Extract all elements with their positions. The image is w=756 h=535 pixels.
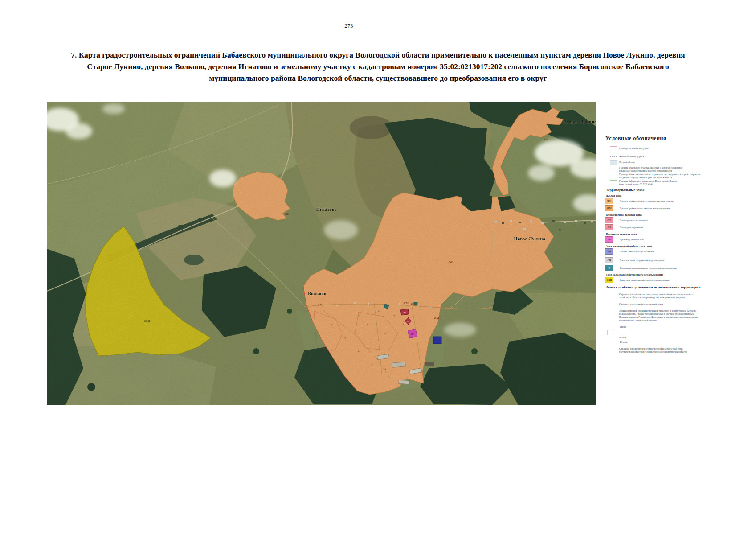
road-symbol <box>610 156 617 157</box>
legend-item: Водный объект <box>604 160 742 165</box>
special-zones-heading: Зоны с особыми условиями использования т… <box>604 285 742 289</box>
construction-boundary-symbol <box>610 176 617 176</box>
place-label-novoe-lukino: Новое Лукино <box>514 236 545 241</box>
document-page: 273 7. Карта градостроительных ограничен… <box>0 0 756 535</box>
legend-zone-item: ПР Производственная зона <box>604 236 742 243</box>
zone-swatch: ЖМ <box>605 205 613 211</box>
page-title: 7. Карта градостроительных ограничений Б… <box>0 49 756 84</box>
forestry-boundary-symbol <box>610 180 617 185</box>
page-number: 273 <box>327 22 371 29</box>
legend-item: Граница населенного пункта <box>604 146 742 152</box>
legend-zone-item: ОТ Зона торгового назначения <box>604 217 742 223</box>
legend-title: Условные обозначения <box>604 135 742 142</box>
special-item: Охранная зона пунктов государственной ге… <box>604 347 742 354</box>
territorial-zones-heading: Территориальные зоны <box>604 188 742 192</box>
legend-zone-item: ЖМ Зона застройки малоэтажными жилыми до… <box>604 205 742 211</box>
group-heading: Зона инженерной инфраструктуры <box>604 244 742 247</box>
zone-code-mark: ЖМ <box>411 303 416 305</box>
zone-code-mark: СХП <box>144 320 150 322</box>
satellite-map: Старое Лукино Игнатово Волково Новое Лук… <box>47 102 596 405</box>
zone-swatch: СХП <box>605 277 613 283</box>
legend-zone-item: СХП Иная зона сельскохозяйственного прои… <box>604 277 742 283</box>
legend-zone-item: ЖИ Зона застройки индивидуальными жилыми… <box>604 198 742 204</box>
zone-code-mark: ЖИ <box>448 260 453 263</box>
place-label-ignatovo: Игнатово <box>316 207 337 212</box>
parcel-boundary-symbol <box>610 169 617 169</box>
legend-zone-item: Т Зона связи, радиовещания, телевидения,… <box>604 265 742 271</box>
zone-swatch: ОЗ <box>605 224 613 230</box>
special-item: -II пояс <box>604 330 742 339</box>
belt-ii-symbol <box>607 330 614 335</box>
zone-swatch: ЖИ <box>605 198 613 204</box>
water-object-symbol <box>610 160 617 165</box>
map-legend: Условные обозначения Граница населенного… <box>604 135 742 354</box>
legend-zone-item: ОЧ Зона очистных сооружений водоотведени… <box>604 257 742 263</box>
zone-code-mark: ЖИ <box>543 138 548 141</box>
legend-zone-item: ИВ Зона источников водоснабжения <box>604 248 742 255</box>
zone-code-mark: ЖМ <box>403 302 409 305</box>
zone-code-mark: ЖИ <box>317 303 322 306</box>
group-heading: Зона сельскохозяйственного использования <box>604 273 742 276</box>
legend-item: Автомобильные дороги <box>604 154 742 160</box>
legend-item: Граница объекта капитального строительст… <box>604 173 742 179</box>
zone-swatch: ОТ <box>605 217 613 223</box>
legend-item: Граница Бабаевского лесничества Вологодс… <box>604 180 742 185</box>
special-item: Охранная зона линий и сооружений связи <box>604 303 742 306</box>
zone-swatch: Т <box>605 265 613 271</box>
legend-zone-item: ОЗ Зона здравоохранения <box>604 224 742 230</box>
zone-code-mark: ЖМ <box>434 317 439 320</box>
legend-item: Граница земельного участка, сведения о к… <box>604 166 742 172</box>
place-label-staroe-lukino: Старое Лукино <box>563 119 596 124</box>
settlement-boundary-symbol <box>610 146 617 151</box>
group-heading: Производственная зона <box>604 232 742 235</box>
zone-swatch: ОЧ <box>605 257 613 263</box>
zone-code-mark: ПР <box>411 333 414 335</box>
special-item: -I пояс <box>604 325 742 329</box>
special-item: -III пояс <box>604 341 742 344</box>
zone-code-mark: ОТ <box>403 311 406 313</box>
zone-code-mark: ЖИ <box>284 213 289 215</box>
special-item: Зоны санитарной охраны источников питьев… <box>604 309 742 322</box>
zone-code-mark: ОЗ <box>406 320 409 322</box>
scan-grain <box>47 102 596 405</box>
place-label-volkovo: Волково <box>308 291 326 296</box>
map-imagery <box>47 102 596 405</box>
group-heading: Общественно-деловая зона <box>604 213 742 216</box>
zone-swatch: ПР <box>605 236 613 243</box>
zone-swatch: ИВ <box>605 248 613 255</box>
special-item: Охранная зона объектов электроэнергетики… <box>604 293 742 299</box>
group-heading: Жилая зона <box>604 194 742 197</box>
